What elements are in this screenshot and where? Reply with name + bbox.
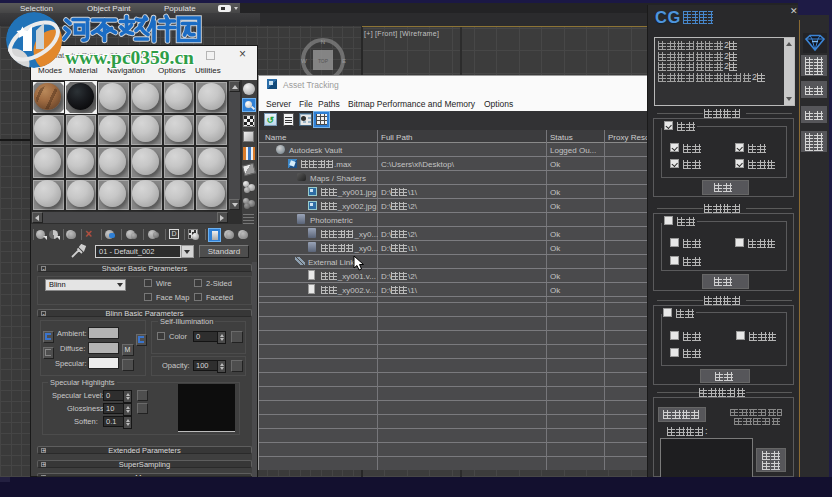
svg-text:www.pc0359.cn: www.pc0359.cn (65, 47, 194, 68)
svg-text:TOP: TOP (318, 58, 329, 64)
svg-text:W: W (301, 58, 307, 64)
svg-text:E: E (342, 58, 346, 64)
svg-text:N: N (321, 39, 325, 45)
